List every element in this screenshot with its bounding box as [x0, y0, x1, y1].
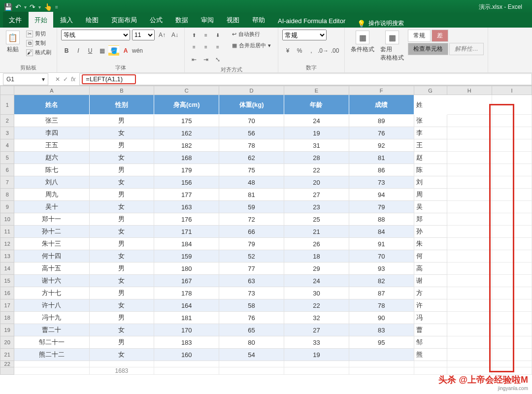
col-header-F[interactable]: F [349, 86, 414, 95]
redo-icon[interactable]: ↷ [30, 3, 35, 11]
cell[interactable]: 90 [349, 312, 414, 324]
merge-center-button[interactable]: ▦合并后居中 ▾ [229, 41, 274, 50]
tab-view[interactable]: 视图 [221, 12, 245, 28]
row-header-4[interactable]: 4 [0, 139, 14, 152]
cell[interactable]: 81 [349, 152, 414, 164]
cell[interactable]: 91 [349, 238, 414, 250]
format-table-button[interactable]: ▦套用 表格格式 [378, 30, 406, 63]
row-header-12[interactable]: 12 [0, 238, 14, 250]
cell-g[interactable]: 朱 [414, 238, 447, 250]
align-top-icon[interactable]: ⬆ [189, 30, 200, 40]
enter-formula-icon[interactable]: ✓ [63, 76, 68, 83]
cell-g[interactable]: 赵 [414, 152, 447, 164]
cell[interactable]: 男 [89, 263, 154, 275]
cell[interactable]: 27 [284, 324, 349, 336]
cell[interactable]: 王五 [14, 139, 89, 152]
paste-button[interactable]: 📋 粘贴 [4, 30, 22, 55]
cell[interactable]: 66 [219, 226, 284, 238]
cell[interactable]: 95 [349, 336, 414, 349]
select-all-corner[interactable] [0, 86, 14, 95]
cell[interactable]: 陈七 [14, 164, 89, 176]
cell[interactable]: 32 [284, 312, 349, 324]
cell-g[interactable]: 曹 [414, 324, 447, 336]
cell[interactable]: 25 [284, 213, 349, 226]
cell[interactable]: 167 [154, 275, 219, 287]
row-header-22[interactable]: 22 [0, 361, 14, 367]
cell[interactable]: 吴十 [14, 201, 89, 213]
row-header-15[interactable]: 15 [0, 275, 14, 287]
cell-g[interactable]: 谢 [414, 275, 447, 287]
cell-g1[interactable]: 姓 [414, 95, 447, 115]
cell[interactable]: 谢十六 [14, 275, 89, 287]
format-painter-button[interactable]: 🖌格式刷 [25, 48, 53, 57]
row-header-8[interactable]: 8 [0, 189, 14, 201]
tab-help[interactable]: 帮助 [246, 12, 271, 28]
cell[interactable]: 男 [89, 312, 154, 324]
cell[interactable]: 89 [349, 115, 414, 127]
redo-dropdown-icon[interactable]: ▾ [38, 4, 41, 10]
cell[interactable]: 男 [89, 336, 154, 349]
cell[interactable]: 76 [349, 127, 414, 139]
row-header-17[interactable]: 17 [0, 299, 14, 312]
style-explain[interactable]: 解释性… [449, 43, 484, 55]
tab-data[interactable]: 数据 [169, 12, 194, 28]
cell[interactable]: 171 [154, 226, 219, 238]
cut-button[interactable]: ✂剪切 [25, 30, 53, 38]
tab-ai[interactable]: AI-aided Formula Editor [272, 13, 351, 28]
bold-button[interactable]: B [61, 45, 72, 56]
align-center-icon[interactable]: ≡ [200, 41, 211, 52]
cell[interactable]: 184 [154, 238, 219, 250]
cell[interactable]: 163 [154, 201, 219, 213]
font-size-select[interactable]: 11 [132, 30, 155, 40]
orientation-icon[interactable]: ⤡ [212, 54, 223, 65]
cell[interactable]: 男 [89, 189, 154, 201]
undo-icon[interactable]: ↶ [15, 3, 21, 11]
increase-indent-icon[interactable]: ⇥ [200, 54, 211, 65]
row-header-7[interactable]: 7 [0, 176, 14, 189]
cell[interactable]: 男 [89, 238, 154, 250]
tell-me[interactable]: 💡操作说明搜索 [352, 19, 409, 28]
col-header-I[interactable]: I [492, 86, 532, 95]
cell-g[interactable]: 张 [414, 115, 447, 127]
cell[interactable]: 28 [284, 152, 349, 164]
cell[interactable]: 郑十一 [14, 213, 89, 226]
undo-dropdown-icon[interactable]: ▾ [24, 4, 27, 10]
cell[interactable]: 女 [89, 299, 154, 312]
cell[interactable]: 李四 [14, 127, 89, 139]
cell[interactable]: 曹二十 [14, 324, 89, 336]
col-header-E[interactable]: E [284, 86, 349, 95]
cell[interactable]: 女 [89, 226, 154, 238]
cell[interactable]: 58 [219, 299, 284, 312]
cell[interactable]: 20 [284, 176, 349, 189]
cell[interactable]: 56 [219, 127, 284, 139]
percent-icon[interactable]: % [294, 45, 305, 56]
cell-g[interactable]: 吴 [414, 201, 447, 213]
row-header-19[interactable]: 19 [0, 324, 14, 336]
col-header-B[interactable]: B [89, 86, 154, 95]
cell[interactable]: 熊二十二 [14, 349, 89, 361]
cell[interactable]: 75 [219, 164, 284, 176]
align-bottom-icon[interactable]: ⬇ [212, 30, 223, 40]
tab-draw[interactable]: 绘图 [80, 12, 104, 28]
row-header-11[interactable]: 11 [0, 226, 14, 238]
cell[interactable]: 女 [89, 176, 154, 189]
cell[interactable]: 160 [154, 349, 219, 361]
cell[interactable]: 方十七 [14, 287, 89, 299]
align-middle-icon[interactable]: ≡ [200, 30, 211, 40]
tab-layout[interactable]: 页面布局 [105, 12, 143, 28]
table-header[interactable]: 成绩 [349, 95, 414, 115]
increase-decimal-icon[interactable]: .0→ [318, 45, 329, 56]
cell[interactable]: 86 [349, 164, 414, 176]
row-header-5[interactable]: 5 [0, 152, 14, 164]
wrap-text-button[interactable]: ↩自动换行 [229, 30, 274, 39]
decrease-indent-icon[interactable]: ⇤ [189, 54, 200, 65]
cell[interactable]: 177 [154, 189, 219, 201]
cell[interactable]: 82 [349, 275, 414, 287]
cancel-formula-icon[interactable]: ✕ [55, 76, 60, 83]
cell[interactable]: 175 [154, 115, 219, 127]
cell-g[interactable]: 陈 [414, 164, 447, 176]
cell[interactable]: 女 [89, 127, 154, 139]
cell[interactable]: 164 [154, 299, 219, 312]
cell[interactable]: 19 [284, 349, 349, 361]
cell[interactable]: 156 [154, 176, 219, 189]
